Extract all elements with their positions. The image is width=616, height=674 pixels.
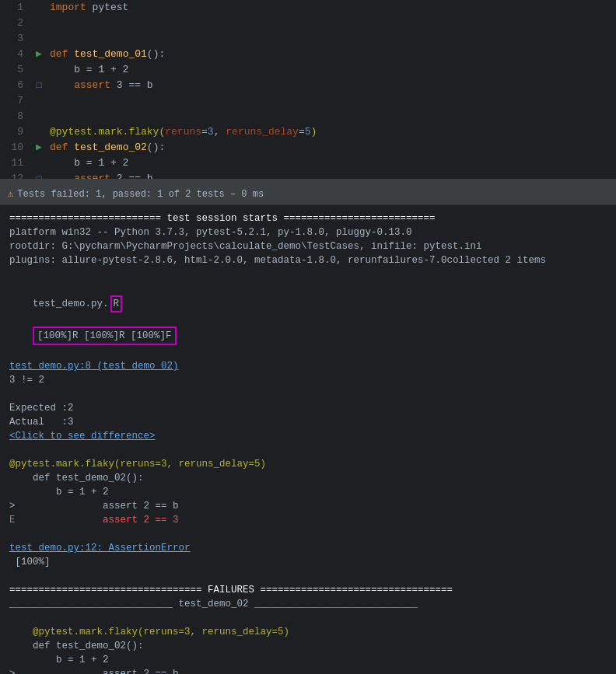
code-line-7: 7 — [0, 93, 616, 109]
test-name-underline: ____________________________ test_demo_0… — [9, 597, 607, 611]
platform-line: platform win32 -- Python 3.7.3, pytest-5… — [9, 225, 607, 239]
test-file-name: test_demo.py — [33, 299, 103, 309]
arrow-assert: > assert 2 == b — [9, 499, 607, 513]
r-indicator: R — [109, 299, 123, 309]
status-text: Tests failed: 1, passed: 1 of 2 tests – … — [17, 189, 264, 200]
editor-section: 1 import pytest 2 3 4 ▶ def test_demo_01… — [0, 0, 616, 179]
test-run-line: test_demo.py.R [100%]R [100%]R [100%]F — [9, 281, 607, 359]
flaky-decorator2: @pytest.mark.flaky(reruns=3, reruns_dela… — [9, 625, 607, 639]
rootdir-line: rootdir: G:\pycharm\PycharmProjects\calc… — [9, 239, 607, 253]
code-line-10: 10 ▶ def test_demo_02(): — [0, 140, 616, 155]
b-assign1: b = 1 + 2 — [9, 485, 607, 499]
terminal-section[interactable]: ========================== test session … — [0, 205, 616, 674]
dot-indicator: . — [103, 299, 109, 309]
not-equal-line: 3 != 2 — [9, 373, 607, 387]
b-assign2: b = 1 + 2 — [9, 653, 607, 667]
plugins-line: plugins: allure-pytest-2.8.6, html-2.0.0… — [9, 253, 607, 267]
code-line-5: 5 b = 1 + 2 — [0, 62, 616, 78]
code-line-1: 1 import pytest — [0, 0, 616, 16]
e-assert: E assert 2 == 3 — [9, 513, 607, 527]
code-line-3: 3 — [0, 31, 616, 47]
warning-icon: ⚠ — [8, 188, 13, 200]
progress-100r1: [100%]R [100%]R [100%]F — [33, 327, 177, 345]
err-link1[interactable]: test_demo.py:12: AssertionError — [9, 541, 607, 555]
test-link-line[interactable]: test_demo.py:8 (test_demo_02) — [9, 359, 607, 373]
def-line1: def test_demo_02(): — [9, 471, 607, 485]
code-line-6: 6 □ assert 3 == b — [0, 78, 616, 93]
code-line-8: 8 — [0, 109, 616, 124]
flaky-decorator1: @pytest.mark.flaky(reruns=3, reruns_dela… — [9, 457, 607, 471]
actual-line: Actual :3 — [9, 415, 607, 429]
code-line-4: 4 ▶ def test_demo_01(): — [0, 47, 616, 62]
code-line-2: 2 — [0, 16, 616, 31]
arrow-assert2: > assert 2 == b — [9, 667, 607, 674]
session-header: ========================== test session … — [9, 211, 607, 225]
code-line-12: 12 □ assert 2 == b — [0, 171, 616, 179]
code-line-9: 9 @pytest.mark.flaky(reruns=3, reruns_de… — [0, 124, 616, 140]
percent-100-line: [100%] — [9, 555, 607, 569]
click-diff-link[interactable]: <Click to see difference> — [9, 429, 607, 443]
failures-header: ================================= FAILUR… — [9, 583, 607, 597]
def-line2: def test_demo_02(): — [9, 639, 607, 653]
code-line-11: 11 b = 1 + 2 — [0, 155, 616, 171]
status-bar: ⚠ Tests failed: 1, passed: 1 of 2 tests … — [0, 183, 616, 205]
expected-line: Expected :2 — [9, 401, 607, 415]
